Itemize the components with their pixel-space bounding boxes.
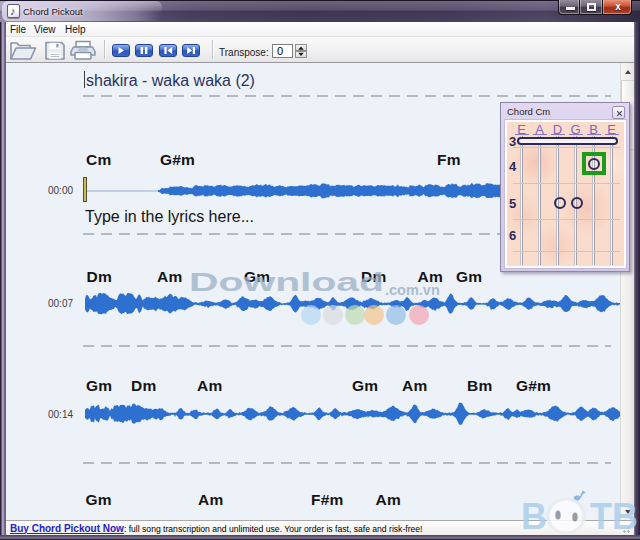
svg-text:TB: TB [590,496,638,537]
svg-text:B: B [521,496,547,537]
